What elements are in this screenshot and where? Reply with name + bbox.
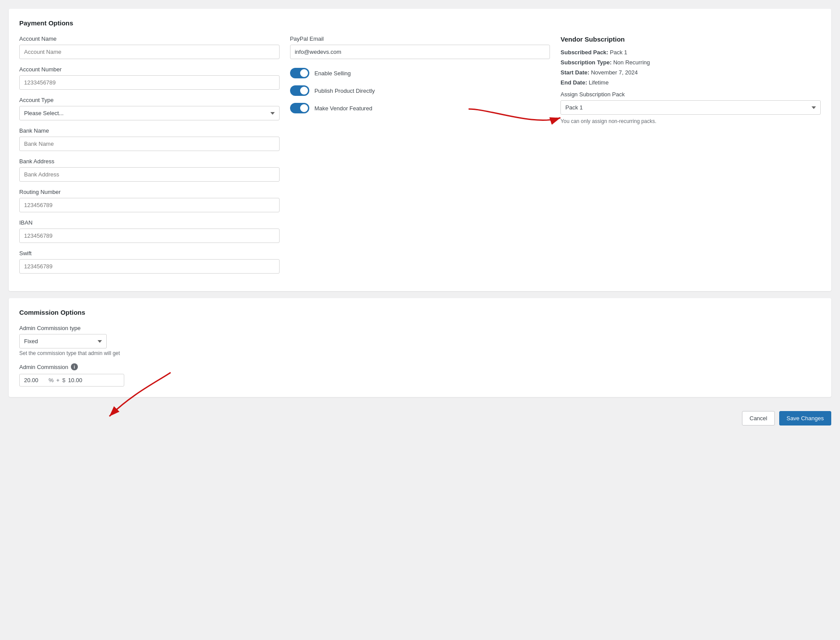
admin-commission-info-icon: i — [71, 363, 78, 370]
start-date-row: Start Date: November 7, 2024 — [560, 69, 821, 76]
account-type-label: Account Type — [19, 97, 280, 103]
enable-selling-label: Enable Selling — [315, 70, 351, 77]
routing-number-label: Routing Number — [19, 189, 280, 195]
swift-group: Swift — [19, 250, 280, 274]
admin-commission-label-text: Admin Commission — [19, 364, 68, 370]
subscription-type-row: Subscription Type: Non Recurring — [560, 59, 821, 66]
commission-percentage-value: 20.00 — [24, 377, 46, 383]
commission-dollar-symbol: $ — [62, 377, 65, 383]
iban-label: IBAN — [19, 219, 280, 226]
account-name-input[interactable] — [19, 45, 280, 59]
paypal-toggles-column: PayPal Email Enable Selling Publi — [290, 35, 550, 281]
assign-subscription-select[interactable]: Pack 1 — [560, 100, 821, 115]
account-name-label: Account Name — [19, 35, 280, 42]
vendor-subscription-column: Vendor Subscription Subscribed Pack: Pac… — [560, 35, 821, 281]
account-number-group: Account Number — [19, 66, 280, 90]
payment-options-card: Payment Options Account Name Account Num… — [9, 9, 831, 291]
start-date-label: Start Date: — [560, 69, 589, 76]
subscribed-pack-label: Subscribed Pack: — [560, 49, 608, 56]
bank-name-group: Bank Name — [19, 127, 280, 151]
commission-plus-symbol: + — [56, 377, 60, 383]
account-number-input[interactable] — [19, 75, 280, 90]
make-vendor-featured-label: Make Vendor Featured — [315, 105, 372, 112]
make-vendor-featured-toggle[interactable] — [290, 103, 309, 113]
start-date-value: November 7, 2024 — [591, 69, 638, 76]
commission-percentage-symbol: % — [49, 377, 54, 383]
bank-address-group: Bank Address — [19, 158, 280, 182]
subscription-type-label: Subscription Type: — [560, 59, 612, 66]
account-number-label: Account Number — [19, 66, 280, 73]
commission-section-title: Commission Options — [19, 309, 821, 316]
paypal-email-input[interactable] — [290, 45, 550, 59]
account-type-group: Account Type Please Select... Savings Ch… — [19, 97, 280, 120]
assign-subscription-hint: You can only assign non-recurring packs. — [560, 118, 821, 124]
admin-commission-type-select[interactable]: Fixed Percentage — [19, 334, 107, 348]
save-changes-button[interactable]: Save Changes — [779, 411, 831, 425]
enable-selling-toggle-row: Enable Selling — [290, 68, 550, 78]
admin-commission-type-group: Admin Commission type Fixed Percentage S… — [19, 325, 821, 356]
end-date-row: End Date: Lifetime — [560, 79, 821, 86]
bank-address-input[interactable] — [19, 167, 280, 182]
publish-product-toggle-row: Publish Product Directly — [290, 85, 550, 96]
vendor-subscription-title: Vendor Subscription — [560, 35, 821, 43]
commission-type-hint: Set the commission type that admin will … — [19, 350, 821, 356]
bank-name-label: Bank Name — [19, 127, 280, 134]
admin-commission-label-row: Admin Commission i — [19, 363, 821, 370]
publish-product-label: Publish Product Directly — [315, 88, 375, 94]
enable-selling-slider — [290, 68, 309, 78]
swift-label: Swift — [19, 250, 280, 257]
make-vendor-featured-slider — [290, 103, 309, 113]
subscribed-pack-row: Subscribed Pack: Pack 1 — [560, 49, 821, 56]
subscription-type-value: Non Recurring — [613, 59, 650, 66]
bank-name-input[interactable] — [19, 137, 280, 151]
account-type-select[interactable]: Please Select... Savings Checking — [19, 106, 280, 120]
bank-fields-column: Account Name Account Number Account Type… — [19, 35, 280, 281]
admin-commission-input-row: 20.00 % + $ 10.00 — [19, 374, 124, 387]
commission-dollar-value: 10.00 — [68, 377, 90, 383]
end-date-value: Lifetime — [589, 79, 609, 86]
swift-input[interactable] — [19, 259, 280, 274]
paypal-email-label: PayPal Email — [290, 35, 550, 42]
admin-commission-type-label: Admin Commission type — [19, 325, 821, 331]
routing-number-input[interactable] — [19, 198, 280, 212]
iban-input[interactable] — [19, 229, 280, 243]
assign-subscription-label: Assign Subscription Pack — [560, 91, 821, 98]
iban-group: IBAN — [19, 219, 280, 243]
payment-section-title: Payment Options — [19, 19, 821, 27]
publish-product-toggle[interactable] — [290, 85, 309, 96]
subscribed-pack-value: Pack 1 — [610, 49, 627, 56]
paypal-email-group: PayPal Email — [290, 35, 550, 59]
commission-options-card: Commission Options Admin Commission type… — [9, 298, 831, 397]
routing-number-group: Routing Number — [19, 189, 280, 212]
publish-product-slider — [290, 85, 309, 96]
bank-address-label: Bank Address — [19, 158, 280, 165]
account-name-group: Account Name — [19, 35, 280, 59]
enable-selling-toggle[interactable] — [290, 68, 309, 78]
make-vendor-featured-toggle-row: Make Vendor Featured — [290, 103, 550, 113]
cancel-button[interactable]: Cancel — [742, 411, 774, 425]
end-date-label: End Date: — [560, 79, 587, 86]
footer-bar: Cancel Save Changes — [9, 404, 831, 433]
